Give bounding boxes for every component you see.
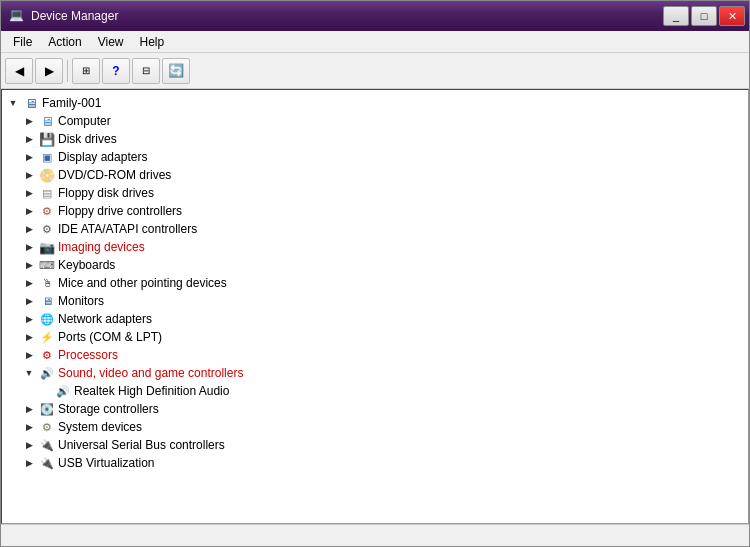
- node-label: Network adapters: [58, 312, 152, 326]
- node-label: Disk drives: [58, 132, 117, 146]
- list-item[interactable]: ▶ 📷 Imaging devices: [2, 238, 748, 256]
- list-item[interactable]: ▶ ▣ Display adapters: [2, 148, 748, 166]
- ports-icon: ⚡: [39, 329, 55, 345]
- toolbar-forward-button[interactable]: ▶: [35, 58, 63, 84]
- status-bar: [1, 524, 749, 546]
- node-label: System devices: [58, 420, 142, 434]
- window-icon: 💻: [9, 8, 25, 24]
- display-icon: ▣: [39, 149, 55, 165]
- floppy-icon: ▤: [39, 185, 55, 201]
- expand-icon[interactable]: ▶: [22, 222, 36, 236]
- expand-icon[interactable]: ▶: [22, 276, 36, 290]
- toolbar-update-button[interactable]: ⊟: [132, 58, 160, 84]
- node-label: Ports (COM & LPT): [58, 330, 162, 344]
- list-item[interactable]: ▶ 🔌 Universal Serial Bus controllers: [2, 436, 748, 454]
- node-label: Computer: [58, 114, 111, 128]
- root-label: Family-001: [42, 96, 101, 110]
- computer-icon: 🖥: [39, 113, 55, 129]
- toolbar-refresh-button[interactable]: 🔄: [162, 58, 190, 84]
- storage-icon: 💽: [39, 401, 55, 417]
- node-label: Display adapters: [58, 150, 147, 164]
- list-item[interactable]: ▶ ⚡ Ports (COM & LPT): [2, 328, 748, 346]
- network-icon: 🌐: [39, 311, 55, 327]
- node-label: IDE ATA/ATAPI controllers: [58, 222, 197, 236]
- list-item[interactable]: ▶ ⚙ Floppy drive controllers: [2, 202, 748, 220]
- device-manager-window: 💻 Device Manager _ □ ✕ File Action View …: [0, 0, 750, 547]
- keyboard-icon: ⌨: [39, 257, 55, 273]
- list-item[interactable]: ▶ 🌐 Network adapters: [2, 310, 748, 328]
- list-item[interactable]: ▶ ⚙ System devices: [2, 418, 748, 436]
- expand-icon[interactable]: ▶: [22, 204, 36, 218]
- list-item[interactable]: ▶ 📀 DVD/CD-ROM drives: [2, 166, 748, 184]
- title-bar-controls: _ □ ✕: [663, 6, 745, 26]
- expand-icon[interactable]: ▶: [22, 348, 36, 362]
- disk-icon: 💾: [39, 131, 55, 147]
- node-label: Realtek High Definition Audio: [74, 384, 229, 398]
- usb-icon: 🔌: [39, 437, 55, 453]
- title-bar-left: 💻 Device Manager: [9, 8, 118, 24]
- list-item[interactable]: ▶ ⚙ IDE ATA/ATAPI controllers: [2, 220, 748, 238]
- list-item[interactable]: ▶ 🖱 Mice and other pointing devices: [2, 274, 748, 292]
- audio-icon: 🔊: [55, 383, 71, 399]
- close-button[interactable]: ✕: [719, 6, 745, 26]
- menu-file[interactable]: File: [5, 33, 40, 51]
- node-label: Imaging devices: [58, 240, 145, 254]
- expand-icon[interactable]: ▶: [22, 240, 36, 254]
- toolbar-help-button[interactable]: ?: [102, 58, 130, 84]
- toolbar: ◀ ▶ ⊞ ? ⊟ 🔄: [1, 53, 749, 89]
- expand-icon[interactable]: ▶: [22, 150, 36, 164]
- monitor-icon: 🖥: [39, 293, 55, 309]
- expand-icon[interactable]: ▶: [22, 456, 36, 470]
- expand-icon[interactable]: ▶: [22, 438, 36, 452]
- node-label: Universal Serial Bus controllers: [58, 438, 225, 452]
- cpu-icon: ⚙: [39, 347, 55, 363]
- list-item[interactable]: ▶ 🖥 Monitors: [2, 292, 748, 310]
- menu-view[interactable]: View: [90, 33, 132, 51]
- expand-icon[interactable]: ▶: [22, 402, 36, 416]
- list-item[interactable]: 🔊 Realtek High Definition Audio: [2, 382, 748, 400]
- dvd-icon: 📀: [39, 167, 55, 183]
- expand-icon[interactable]: ▶: [22, 312, 36, 326]
- list-item[interactable]: ▶ 🔌 USB Virtualization: [2, 454, 748, 472]
- toolbar-back-button[interactable]: ◀: [5, 58, 33, 84]
- sound-icon: 🔊: [39, 365, 55, 381]
- maximize-button[interactable]: □: [691, 6, 717, 26]
- list-item[interactable]: ▶ ⚙ Processors: [2, 346, 748, 364]
- imaging-icon: 📷: [39, 239, 55, 255]
- list-item[interactable]: ▶ ⌨ Keyboards: [2, 256, 748, 274]
- expand-icon[interactable]: ▶: [22, 330, 36, 344]
- expand-icon[interactable]: ▶: [22, 294, 36, 308]
- menu-bar: File Action View Help: [1, 31, 749, 53]
- list-item[interactable]: ▶ 🖥 Computer: [2, 112, 748, 130]
- title-bar: 💻 Device Manager _ □ ✕: [1, 1, 749, 31]
- minimize-button[interactable]: _: [663, 6, 689, 26]
- expand-icon[interactable]: ▶: [22, 258, 36, 272]
- root-icon: 🖥: [23, 95, 39, 111]
- menu-help[interactable]: Help: [132, 33, 173, 51]
- expand-icon[interactable]: ▶: [22, 114, 36, 128]
- node-label: Storage controllers: [58, 402, 159, 416]
- tree-root[interactable]: ▼ 🖥 Family-001: [2, 94, 748, 112]
- expand-icon[interactable]: ▼: [22, 366, 36, 380]
- title-bar-text: Device Manager: [31, 9, 118, 23]
- node-label: Keyboards: [58, 258, 115, 272]
- node-label: Floppy disk drives: [58, 186, 154, 200]
- toolbar-properties-button[interactable]: ⊞: [72, 58, 100, 84]
- root-expand-icon[interactable]: ▼: [6, 96, 20, 110]
- list-item[interactable]: ▶ 💽 Storage controllers: [2, 400, 748, 418]
- system-icon: ⚙: [39, 419, 55, 435]
- toolbar-separator-1: [67, 60, 68, 82]
- expand-icon[interactable]: ▶: [22, 168, 36, 182]
- usb-virt-icon: 🔌: [39, 455, 55, 471]
- list-item[interactable]: ▼ 🔊 Sound, video and game controllers: [2, 364, 748, 382]
- expand-icon[interactable]: ▶: [22, 420, 36, 434]
- list-item[interactable]: ▶ 💾 Disk drives: [2, 130, 748, 148]
- node-label: Mice and other pointing devices: [58, 276, 227, 290]
- tree-view[interactable]: ▼ 🖥 Family-001 ▶ 🖥 Computer ▶ 💾 Disk dri…: [1, 89, 749, 524]
- node-label: Sound, video and game controllers: [58, 366, 243, 380]
- menu-action[interactable]: Action: [40, 33, 89, 51]
- list-item[interactable]: ▶ ▤ Floppy disk drives: [2, 184, 748, 202]
- node-label: Floppy drive controllers: [58, 204, 182, 218]
- expand-icon[interactable]: ▶: [22, 132, 36, 146]
- expand-icon[interactable]: ▶: [22, 186, 36, 200]
